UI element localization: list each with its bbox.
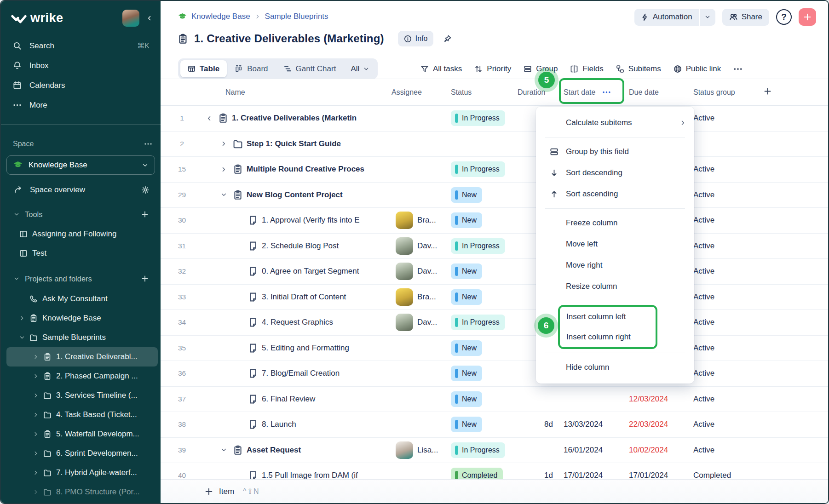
- status-badge[interactable]: In Progress: [451, 110, 505, 126]
- user-avatar[interactable]: [122, 10, 139, 27]
- menu-item-sort-ascending[interactable]: Sort ascending: [536, 183, 694, 205]
- status-cell[interactable]: New: [451, 391, 517, 407]
- sidebar-item-search[interactable]: Search⌘K: [6, 36, 155, 56]
- space-more-icon[interactable]: [144, 140, 152, 148]
- subitems-button[interactable]: Subitems: [616, 64, 661, 74]
- assignee-cell[interactable]: Dav...: [391, 314, 451, 331]
- menu-item-move-left[interactable]: Move left: [536, 234, 694, 255]
- status-badge[interactable]: In Progress: [451, 315, 505, 330]
- status-cell[interactable]: New: [451, 187, 517, 203]
- table-row[interactable]: 367. Blog/Email CreationNewActive: [161, 361, 828, 387]
- status-cell[interactable]: In Progress: [451, 442, 517, 458]
- share-button[interactable]: Share: [722, 9, 769, 26]
- table-row[interactable]: 376. Final ReviewNew12/03/2024Active: [161, 387, 828, 412]
- status-badge[interactable]: In Progress: [451, 442, 505, 458]
- task-name[interactable]: 7. Blog/Email Creation: [262, 369, 340, 378]
- chevron-right-icon[interactable]: [33, 470, 39, 475]
- chevron-left-icon[interactable]: [206, 115, 218, 121]
- chevron-down-icon[interactable]: [221, 192, 233, 198]
- assignee-cell[interactable]: Dav...: [391, 237, 451, 255]
- status-group-cell[interactable]: Active: [689, 190, 760, 200]
- column-assignee[interactable]: Assignee: [391, 88, 451, 97]
- more-options-icon[interactable]: [733, 64, 743, 74]
- chevron-right-icon[interactable]: [33, 354, 39, 360]
- table-row[interactable]: 301. Approval (Verify fits into EBra...N…: [161, 208, 828, 234]
- chevron-down-icon[interactable]: [19, 335, 25, 340]
- status-group-cell[interactable]: Active: [689, 114, 760, 123]
- task-name[interactable]: 3. Initial Draft of Content: [262, 292, 346, 302]
- sidebar-blueprint-item[interactable]: 3. Services Timeline (...: [6, 386, 158, 405]
- status-cell[interactable]: In Progress: [451, 315, 517, 330]
- table-row[interactable]: 388. LaunchNew8d13/03/202422/03/2024Acti…: [161, 412, 828, 438]
- status-group-cell[interactable]: Active: [689, 395, 760, 404]
- chevron-right-icon[interactable]: [33, 489, 39, 495]
- status-group-cell[interactable]: Active: [689, 267, 760, 276]
- start-date-cell[interactable]: 16/01/2024: [558, 446, 624, 455]
- info-button[interactable]: Info: [398, 31, 434, 46]
- menu-item-calculate-subitems[interactable]: Calculate subitems: [536, 112, 694, 133]
- status-cell[interactable]: In Progress: [451, 238, 517, 254]
- help-button[interactable]: ?: [776, 9, 792, 25]
- add-column-button[interactable]: [760, 87, 828, 97]
- sidebar-project-item[interactable]: Sample Blueprints: [6, 328, 158, 347]
- sidebar-item-space-overview[interactable]: Space overview: [6, 180, 155, 200]
- duration-cell[interactable]: 8d: [517, 420, 558, 429]
- start-date-cell[interactable]: 13/03/2024: [558, 420, 624, 429]
- status-badge[interactable]: New: [451, 212, 482, 228]
- space-selector[interactable]: Knowledge Base: [6, 155, 155, 175]
- menu-item-move-right[interactable]: Move right: [536, 255, 694, 276]
- table-row[interactable]: 312. Schedule Blog PostDav...In Progress…: [161, 234, 828, 259]
- public-link-button[interactable]: Public link: [674, 64, 721, 74]
- sidebar-section-projects[interactable]: Projects and folders: [6, 269, 155, 288]
- sidebar-blueprint-item[interactable]: 5. Waterfall Developm...: [6, 424, 158, 444]
- status-cell[interactable]: New: [451, 366, 517, 381]
- sidebar-blueprint-item[interactable]: 4. Task Based (Ticket...: [6, 405, 158, 424]
- status-group-cell[interactable]: Active: [689, 446, 760, 455]
- menu-item-insert-column-right[interactable]: Insert column right: [560, 327, 656, 347]
- filter-all-tasks[interactable]: All tasks: [420, 64, 462, 74]
- automation-button-main[interactable]: Automation: [634, 9, 699, 26]
- task-name[interactable]: Multiple Round Creative Proces: [247, 165, 364, 174]
- table-row[interactable]: 344. Request GraphicsDav...In ProgressAc…: [161, 310, 828, 336]
- status-cell[interactable]: In Progress: [451, 110, 517, 126]
- sidebar-project-item[interactable]: Knowledge Base: [6, 309, 158, 328]
- task-name[interactable]: 0. Agree on Target Segment: [262, 267, 359, 276]
- status-badge[interactable]: New: [451, 417, 482, 432]
- sort-priority[interactable]: Priority: [474, 64, 511, 74]
- assignee-cell[interactable]: Lisa...: [391, 441, 451, 459]
- automation-dropdown-button[interactable]: [700, 9, 715, 26]
- column-duration[interactable]: Duration: [517, 88, 558, 97]
- menu-item-insert-column-left[interactable]: Insert column left: [560, 307, 656, 327]
- status-badge[interactable]: New: [451, 366, 482, 381]
- tab-all-dropdown[interactable]: All: [344, 60, 375, 77]
- sidebar-tool-item[interactable]: Test: [6, 244, 158, 263]
- sidebar-blueprint-item[interactable]: 8. PMO Structure (Por...: [6, 482, 158, 502]
- add-item-bar[interactable]: Item ^⇧N: [161, 479, 828, 503]
- status-cell[interactable]: New: [451, 340, 517, 356]
- task-name[interactable]: New Blog Content Project: [247, 190, 343, 200]
- status-group-cell[interactable]: Active: [689, 318, 760, 327]
- status-group-cell[interactable]: Active: [689, 165, 760, 174]
- table-row[interactable]: 29New Blog Content ProjectNewActive: [161, 183, 828, 208]
- status-badge[interactable]: New: [451, 187, 482, 203]
- status-badge[interactable]: New: [451, 391, 482, 407]
- sidebar-blueprint-item[interactable]: 1. Creative Deliverabl...: [6, 347, 158, 367]
- menu-item-group-by-this-field[interactable]: Group by this field: [536, 141, 694, 162]
- status-group-cell[interactable]: Active: [689, 292, 760, 302]
- column-status[interactable]: Status: [451, 88, 517, 97]
- wrike-logo[interactable]: wrike: [11, 11, 63, 25]
- status-badge[interactable]: New: [451, 289, 482, 305]
- chevron-right-icon[interactable]: [221, 141, 233, 147]
- status-group-cell[interactable]: Active: [689, 216, 760, 225]
- task-name[interactable]: 6. Final Review: [262, 395, 315, 404]
- due-date-cell[interactable]: 10/02/2024: [624, 446, 689, 455]
- menu-item-hide-column[interactable]: Hide column: [536, 357, 694, 378]
- fields-button[interactable]: Fields: [570, 64, 603, 74]
- sidebar-collapse-button[interactable]: [143, 12, 155, 24]
- status-group-cell[interactable]: Active: [689, 241, 760, 251]
- group-button[interactable]: Group: [524, 64, 558, 74]
- add-tool-icon[interactable]: [141, 211, 149, 218]
- chevron-right-icon[interactable]: [19, 315, 25, 321]
- table-row[interactable]: 39Asset RequestLisa...In Progress16/01/2…: [161, 438, 828, 464]
- table-row[interactable]: 333. Initial Draft of ContentBra...NewAc…: [161, 285, 828, 310]
